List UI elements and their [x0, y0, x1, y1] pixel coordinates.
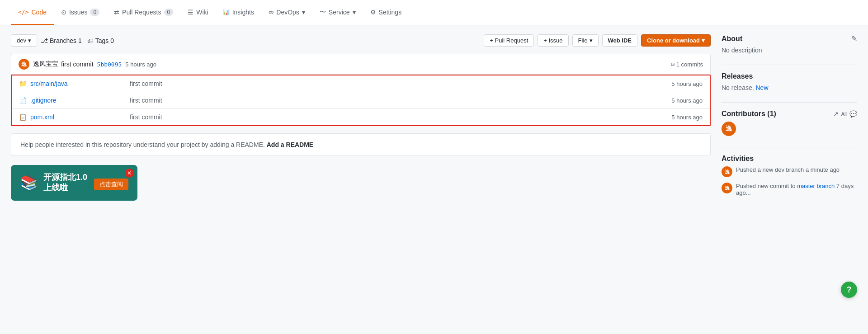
tab-service[interactable]: 〜 Service ▾: [312, 0, 363, 25]
contributors-section-title: Contributors (1) ↗ All 💬: [722, 110, 857, 118]
commit-author-name: 逸风宝宝: [33, 60, 58, 68]
pull-request-button[interactable]: + Pull Request: [484, 34, 534, 47]
content-area: dev ▾ ⎇ Branches 1 🏷 Tags 0 + Pull Reque…: [11, 34, 711, 207]
webide-button[interactable]: Web IDE: [602, 34, 638, 47]
contributors-chat-button[interactable]: 💬: [849, 110, 857, 118]
file-commit-1: first commit: [121, 97, 671, 104]
pr-icon: ⇄: [114, 9, 119, 16]
contributors-share-button[interactable]: ↗: [833, 110, 839, 118]
toolbar: dev ▾ ⎇ Branches 1 🏷 Tags 0 + Pull Reque…: [11, 34, 711, 47]
table-row[interactable]: 📁 src/main/java first commit 5 hours ago: [12, 75, 710, 92]
contributors-all-button[interactable]: All: [841, 110, 847, 118]
about-title: About: [722, 35, 742, 43]
folder-icon: 📁: [19, 80, 27, 87]
branches-info: ⎇ Branches 1: [41, 37, 82, 44]
commit-row: 逸 逸风宝宝 first commit 5bb0095 5 hours ago …: [11, 54, 711, 75]
devops-dropdown-icon: ▾: [302, 9, 305, 16]
releases-text: No release, New: [722, 84, 857, 91]
service-dropdown-icon: ▾: [353, 9, 356, 16]
commits-count-label: 1 commits: [676, 61, 703, 68]
issues-badge: 0: [90, 9, 99, 16]
add-readme-link-label: Add a README: [267, 141, 313, 148]
divider-1: [722, 65, 857, 65]
table-row[interactable]: 📄 .gitignore first commit 5 hours ago: [12, 92, 710, 109]
tab-pr-label: Pull Requests: [122, 9, 161, 16]
activity-text-1: Pushed new commit to master branch 7 day…: [736, 183, 857, 196]
tab-wiki[interactable]: ☰ Wiki: [180, 0, 215, 25]
tab-code-label: Code: [31, 9, 46, 16]
promo-book-icon: 📚: [20, 174, 38, 191]
contributors-title: Contributors (1): [722, 110, 776, 118]
commit-author-avatar: 逸: [19, 59, 29, 70]
file-button[interactable]: File ▾: [572, 34, 599, 47]
webide-label: Web IDE: [608, 37, 632, 44]
file-commit-2: first commit: [121, 113, 671, 121]
tab-settings[interactable]: ⚙ Settings: [363, 0, 409, 25]
about-description: No description: [722, 47, 857, 54]
branch-name: dev: [17, 37, 26, 44]
file-time-0: 5 hours ago: [671, 80, 703, 87]
file-time-2: 5 hours ago: [671, 114, 703, 121]
clone-download-button[interactable]: Clone or download ▾: [641, 34, 711, 47]
releases-new-link-label: New: [755, 84, 768, 91]
file-name-0[interactable]: src/main/java: [30, 80, 121, 87]
issues-icon: ⊙: [61, 9, 66, 16]
issue-button[interactable]: + Issue: [538, 34, 568, 47]
tags-label: Tags 0: [95, 37, 114, 44]
releases-no-release: No release,: [722, 84, 754, 91]
tab-devops[interactable]: ∞ DevOps ▾: [261, 0, 312, 25]
activity-master-link[interactable]: master branch: [797, 183, 835, 189]
branch-selector[interactable]: dev ▾: [11, 34, 37, 47]
activities-section-title: Activities: [722, 155, 857, 163]
divider-2: [722, 102, 857, 103]
commit-message[interactable]: first commit: [61, 61, 94, 68]
wiki-icon: ☰: [188, 9, 193, 16]
file-icon-1: 📄: [19, 97, 27, 104]
insights-icon: 📊: [223, 9, 230, 15]
tab-wiki-label: Wiki: [196, 9, 208, 16]
activity-avatar-0: 逸: [722, 166, 732, 177]
table-row[interactable]: 📋 pom.xml first commit 5 hours ago: [12, 109, 710, 125]
pr-badge: 0: [164, 9, 174, 16]
repo-tabs: </> Code ⊙ Issues 0 ⇄ Pull Requests 0 ☰ …: [0, 0, 868, 25]
readme-suggestion-text: Help people interested in this repositor…: [20, 141, 265, 148]
promo-cta-label: 点击查阅: [99, 181, 123, 188]
about-edit-button[interactable]: ✎: [851, 34, 857, 43]
tags-info: 🏷 Tags 0: [87, 37, 114, 44]
tab-pull-requests[interactable]: ⇄ Pull Requests 0: [107, 0, 180, 25]
contributor-avatar-text-0: 逸: [726, 125, 732, 133]
tab-issues-label: Issues: [69, 9, 87, 16]
tab-code[interactable]: </> Code: [11, 0, 54, 25]
code-icon: </>: [18, 9, 28, 15]
add-readme-link[interactable]: Add a README: [267, 141, 313, 148]
promo-cta-button[interactable]: 点击查阅: [94, 179, 128, 190]
activity-item-0: 逸 Pushed a new dev branch a minute ago: [722, 166, 857, 177]
activities-section: Activities 逸 Pushed a new dev branch a m…: [722, 155, 857, 196]
activity-avatar-text-1: 逸: [725, 185, 730, 192]
clone-dropdown-icon: ▾: [702, 37, 705, 44]
devops-icon: ∞: [269, 8, 274, 16]
commit-hash[interactable]: 5bb0095: [97, 61, 122, 68]
file-table: 📁 src/main/java first commit 5 hours ago…: [11, 75, 711, 126]
file-name-2[interactable]: pom.xml: [30, 113, 121, 121]
file-commit-0: first commit: [121, 80, 671, 87]
file-dropdown-icon: ▾: [590, 37, 593, 44]
branch-info: ⎇ Branches 1 🏷 Tags 0: [41, 37, 114, 44]
tab-insights[interactable]: 📊 Insights: [216, 0, 261, 25]
releases-new-link[interactable]: New: [755, 84, 768, 91]
clone-download-label: Clone or download: [647, 37, 700, 44]
branch-dropdown-icon: ▾: [28, 37, 31, 44]
activity-avatar-1: 逸: [722, 183, 732, 193]
contributor-avatar-0[interactable]: 逸: [722, 122, 736, 136]
divider-3: [722, 147, 857, 147]
tag-icon: 🏷: [87, 37, 94, 44]
pull-request-label: + Pull Request: [490, 37, 528, 44]
tab-issues[interactable]: ⊙ Issues 0: [54, 0, 107, 25]
releases-section-title: Releases: [722, 72, 857, 80]
file-name-1[interactable]: .gitignore: [30, 97, 121, 104]
activities-title: Activities: [722, 155, 754, 163]
main-layout: dev ▾ ⎇ Branches 1 🏷 Tags 0 + Pull Reque…: [0, 25, 868, 216]
releases-section: Releases No release, New: [722, 72, 857, 91]
issue-label: + Issue: [543, 37, 562, 44]
promo-close-button[interactable]: ✕: [125, 169, 134, 178]
